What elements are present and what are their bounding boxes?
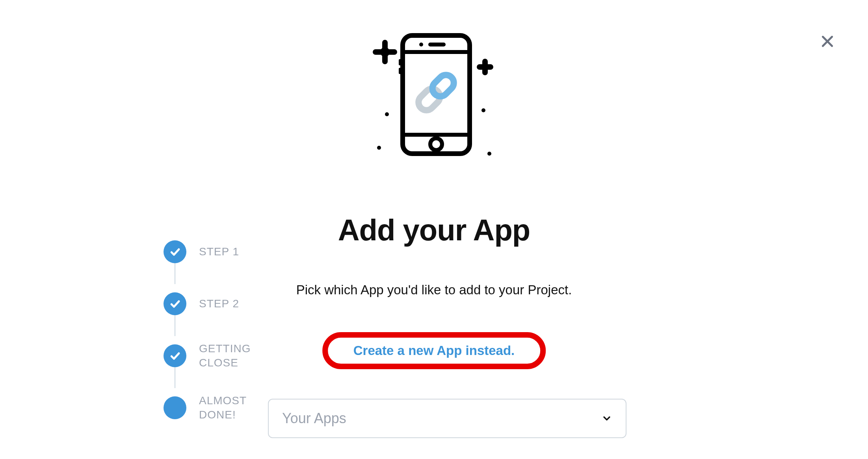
svg-point-10 [419,43,423,46]
step-label: GETTING CLOSE [199,342,274,370]
step-4: ALMOST DONE! [164,382,274,434]
close-button[interactable] [818,32,837,51]
svg-point-3 [377,146,381,150]
select-placeholder: Your Apps [282,410,346,427]
step-2: STEP 2 [164,278,274,330]
your-apps-select[interactable]: Your Apps [268,399,626,438]
close-icon [820,33,835,49]
check-icon [169,350,181,362]
phone-link-illustration [348,24,521,165]
step-1: STEP 1 [164,226,274,278]
step-label: ALMOST DONE! [199,394,274,422]
step-circle [164,292,186,315]
svg-point-5 [487,152,491,156]
svg-rect-14 [415,85,443,113]
svg-point-2 [385,112,389,116]
chevron-down-icon [601,413,612,424]
svg-rect-7 [399,59,403,65]
create-new-app-link[interactable]: Create a new App instead. [353,343,515,358]
svg-rect-15 [429,72,457,100]
svg-point-13 [430,138,442,150]
step-circle [164,240,186,263]
check-icon [169,298,181,310]
svg-point-4 [481,108,485,112]
step-3: GETTING CLOSE [164,330,274,382]
progress-stepper: STEP 1 STEP 2 GETTING CLOSE ALMOST DONE! [164,226,274,434]
check-icon [169,246,181,258]
page-title: Add your App [338,213,530,247]
cta-highlight: Create a new App instead. [322,332,546,369]
page-subtitle: Pick which App you'd like to add to your… [273,281,596,299]
step-label: STEP 1 [199,245,239,259]
step-label: STEP 2 [199,297,239,311]
svg-rect-8 [399,68,403,74]
step-circle [164,396,186,419]
step-circle [164,344,186,367]
svg-rect-9 [428,43,446,46]
